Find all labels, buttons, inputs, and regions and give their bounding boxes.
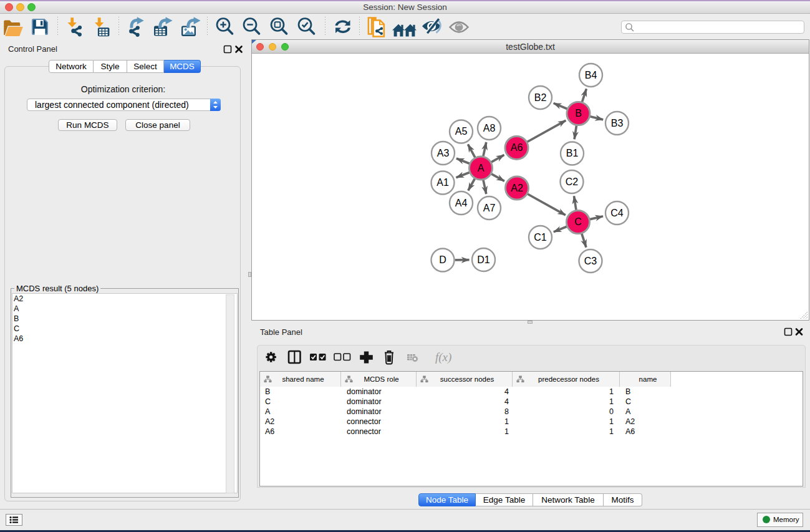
svg-text:C4: C4 xyxy=(610,208,624,218)
svg-text:B: B xyxy=(575,108,582,118)
svg-text:A5: A5 xyxy=(455,126,468,137)
svg-text:A6: A6 xyxy=(511,142,523,153)
svg-text:C: C xyxy=(574,216,582,227)
svg-text:A3: A3 xyxy=(437,148,450,158)
svg-text:A4: A4 xyxy=(455,198,468,208)
svg-text:A7: A7 xyxy=(483,203,496,213)
svg-text:B1: B1 xyxy=(566,148,579,158)
svg-text:C3: C3 xyxy=(584,256,597,266)
svg-text:A: A xyxy=(478,163,485,173)
svg-text:B4: B4 xyxy=(585,70,597,80)
svg-text:A1: A1 xyxy=(436,177,449,188)
svg-text:C2: C2 xyxy=(566,177,579,187)
svg-text:A2: A2 xyxy=(511,183,523,193)
svg-text:B2: B2 xyxy=(534,92,547,103)
svg-text:D1: D1 xyxy=(477,254,490,265)
svg-text:f(x): f(x) xyxy=(435,351,451,364)
svg-text:D: D xyxy=(439,254,446,265)
svg-text:B3: B3 xyxy=(611,118,624,128)
svg-text:A8: A8 xyxy=(483,123,496,133)
svg-text:C1: C1 xyxy=(534,232,547,243)
